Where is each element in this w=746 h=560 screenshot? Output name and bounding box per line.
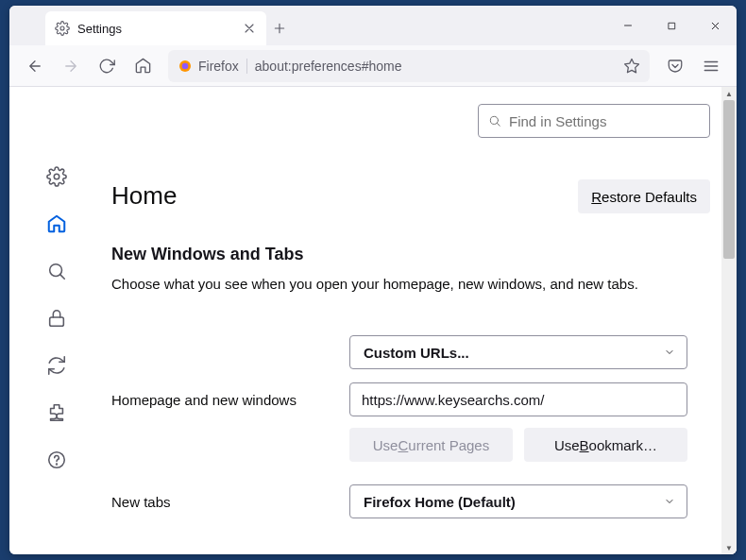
- window-controls: [606, 6, 737, 45]
- sidebar-sync-icon[interactable]: [46, 355, 67, 376]
- tab-close-button[interactable]: [242, 21, 257, 36]
- select-value: Firefox Home (Default): [364, 494, 516, 510]
- chevron-down-icon: [664, 347, 675, 358]
- newtabs-select[interactable]: Firefox Home (Default): [349, 484, 687, 518]
- toolbar: Firefox about:preferences#home: [9, 45, 737, 87]
- scroll-down-icon[interactable]: ▼: [721, 541, 737, 554]
- tab-settings[interactable]: Settings: [45, 11, 266, 45]
- svg-point-3: [182, 62, 189, 69]
- url-text: about:preferences#home: [255, 59, 616, 74]
- sidebar-general-icon[interactable]: [46, 166, 67, 187]
- settings-search-input[interactable]: Find in Settings: [478, 104, 710, 138]
- minimize-button[interactable]: [606, 6, 650, 45]
- homepage-url-input[interactable]: [349, 382, 687, 416]
- reload-button[interactable]: [91, 50, 123, 82]
- identity-box[interactable]: Firefox: [178, 59, 247, 74]
- homepage-mode-select[interactable]: Custom URLs...: [349, 335, 687, 369]
- bookmark-star-icon[interactable]: [623, 58, 640, 75]
- content-body: Find in Settings Home Restore Defaults N…: [9, 87, 737, 554]
- search-placeholder: Find in Settings: [509, 113, 606, 129]
- app-menu-button[interactable]: [695, 50, 727, 82]
- home-button[interactable]: [127, 50, 159, 82]
- save-to-pocket-button[interactable]: [659, 50, 691, 82]
- identity-label: Firefox: [198, 59, 239, 74]
- sidebar-help-icon[interactable]: [46, 450, 67, 470]
- svg-rect-1: [669, 23, 674, 28]
- svg-point-8: [57, 464, 58, 465]
- newtabs-label: New tabs: [111, 494, 349, 510]
- back-button[interactable]: [19, 50, 51, 82]
- scroll-up-icon[interactable]: ▲: [721, 87, 737, 100]
- chevron-down-icon: [664, 496, 675, 507]
- browser-window: Settings Firefox about:preferences#home: [9, 6, 737, 554]
- forward-button[interactable]: [55, 50, 87, 82]
- section-heading: New Windows and Tabs: [111, 245, 706, 264]
- firefox-icon: [178, 59, 193, 74]
- close-window-button[interactable]: [693, 6, 737, 45]
- vertical-scrollbar[interactable]: ▲ ▼: [721, 87, 737, 554]
- gear-icon: [55, 21, 70, 36]
- address-bar[interactable]: Firefox about:preferences#home: [168, 50, 650, 82]
- titlebar: Settings: [9, 6, 737, 45]
- section-description: Choose what you see when you open your h…: [111, 274, 706, 294]
- new-tab-button[interactable]: [266, 11, 293, 45]
- sidebar-extensions-icon[interactable]: [46, 402, 67, 423]
- settings-sidebar: [9, 87, 104, 554]
- use-bookmark-button[interactable]: Use Bookmark…: [524, 428, 687, 462]
- svg-rect-6: [50, 317, 64, 326]
- search-icon: [488, 114, 501, 127]
- settings-content: Find in Settings Home Restore Defaults N…: [104, 87, 737, 554]
- svg-point-4: [54, 174, 59, 179]
- restore-defaults-button[interactable]: Restore Defaults: [578, 179, 710, 213]
- select-value: Custom URLs...: [364, 345, 469, 361]
- tab-title: Settings: [77, 22, 122, 36]
- use-current-pages-button[interactable]: Use Current Pages: [349, 428, 513, 462]
- sidebar-privacy-icon[interactable]: [46, 308, 67, 329]
- scrollbar-thumb[interactable]: [723, 100, 735, 259]
- sidebar-search-icon[interactable]: [46, 261, 67, 281]
- sidebar-home-icon[interactable]: [46, 213, 67, 234]
- svg-point-0: [60, 26, 64, 30]
- maximize-button[interactable]: [650, 6, 693, 45]
- homepage-label: Homepage and new windows: [111, 392, 349, 408]
